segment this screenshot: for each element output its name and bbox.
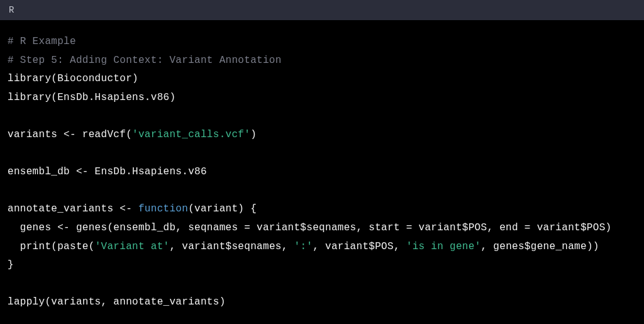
code-line: variants <- readVcf('variant_calls.vcf') (8, 126, 636, 145)
code-token-default: , variant$POS, (313, 241, 406, 252)
code-token-default: ensembl_db <- EnsDb.Hsapiens.v86 (8, 166, 207, 177)
code-token-default: ) (250, 129, 257, 140)
code-blank-line (8, 182, 636, 201)
language-label: R (9, 5, 14, 15)
code-token-string: 'is in gene' (406, 241, 481, 252)
code-token-default: (variant) { (188, 203, 257, 215)
code-token-default: } (8, 259, 14, 271)
header-bar: R (0, 0, 644, 20)
code-token-default: library(EnsDb.Hsapiens.v86) (8, 92, 175, 103)
code-token-string: 'variant_calls.vcf' (132, 129, 250, 140)
code-line: genes <- genes(ensembl_db, seqnames = va… (8, 219, 636, 238)
code-line: annotate_variants <- function(variant) { (8, 200, 636, 219)
code-token-default: , genes$gene_name)) (481, 241, 599, 252)
code-area: # R Example# Step 5: Adding Context: Var… (0, 20, 644, 324)
code-token-default: library(Bioconductor) (8, 73, 138, 84)
code-token-default: annotate_variants <- (8, 203, 138, 215)
code-line: } (8, 256, 636, 275)
code-token-comment: # Step 5: Adding Context: Variant Annota… (8, 55, 282, 66)
code-line: print(paste('Variant at', variant$seqnam… (8, 238, 636, 257)
code-token-default: variants <- readVcf( (8, 129, 132, 140)
code-blank-line (8, 275, 636, 294)
code-line: # R Example (8, 33, 636, 52)
code-line: lapply(variants, annotate_variants) (8, 293, 636, 312)
code-line: # Step 5: Adding Context: Variant Annota… (8, 52, 636, 70)
code-token-default: genes <- genes(ensembl_db, seqnames = va… (8, 222, 611, 233)
code-blank-line (8, 107, 636, 126)
code-blank-line (8, 145, 636, 164)
code-line: library(EnsDb.Hsapiens.v86) (8, 89, 636, 108)
code-token-default: print(paste( (8, 241, 95, 252)
code-line: ensembl_db <- EnsDb.Hsapiens.v86 (8, 163, 636, 182)
code-token-string: ':' (294, 241, 313, 252)
code-token-keyword: function (138, 203, 188, 215)
code-line: library(Bioconductor) (8, 70, 636, 89)
code-token-default: , variant$seqnames, (169, 241, 294, 252)
code-token-string: 'Variant at' (95, 241, 170, 252)
code-token-comment: # R Example (8, 36, 76, 47)
code-token-default: lapply(variants, annotate_variants) (8, 296, 226, 308)
